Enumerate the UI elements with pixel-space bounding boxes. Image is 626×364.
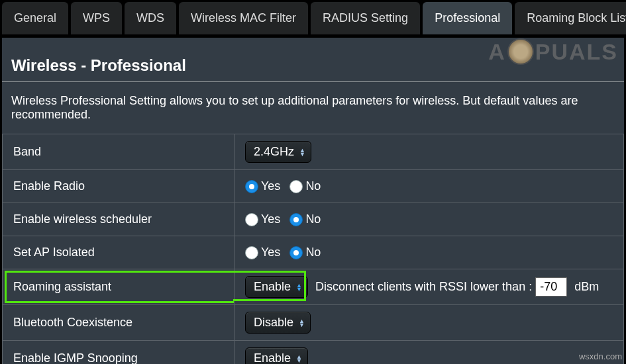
input-rssi-threshold[interactable] <box>535 277 567 296</box>
radio-group-ap-isolated: Yes No <box>245 246 613 259</box>
radio-checked-icon <box>289 213 303 226</box>
radio-unchecked-icon <box>289 180 303 193</box>
watermark-avatar-icon <box>507 38 534 65</box>
label-bluetooth-coexistence: Bluetooth Coexistence <box>3 305 235 341</box>
watermark: A PUALS <box>488 38 618 65</box>
page-description: Wireless Professional Setting allows you… <box>2 82 624 134</box>
radio-enable-scheduler-yes[interactable]: Yes <box>245 212 280 226</box>
radio-unchecked-icon <box>245 246 258 259</box>
main-panel: Wireless - Professional Wireless Profess… <box>2 38 624 364</box>
radio-checked-icon <box>289 246 303 259</box>
label-band: Band <box>3 134 235 170</box>
tab-roaming-block-list[interactable]: Roaming Block List <box>515 2 626 34</box>
select-bluetooth-coexistence-value: Disable <box>254 316 293 330</box>
row-igmp-snooping: Enable IGMP Snooping Enable ▲▼ <box>3 341 624 365</box>
radio-group-enable-scheduler: Yes No <box>245 212 613 226</box>
tab-wps[interactable]: WPS <box>71 2 122 34</box>
radio-ap-isolated-no[interactable]: No <box>289 246 321 259</box>
radio-enable-radio-no[interactable]: No <box>289 179 321 193</box>
rssi-unit: dBm <box>574 280 599 293</box>
rssi-text: Disconnect clients with RSSI lower than … <box>315 280 532 293</box>
label-roaming-assistant: Roaming assistant <box>3 269 235 305</box>
row-band: Band 2.4GHz ▲▼ <box>3 134 624 170</box>
select-roaming-assistant-value: Enable <box>254 280 291 294</box>
radio-unchecked-icon <box>245 213 258 226</box>
tab-general[interactable]: General <box>2 2 68 34</box>
row-bluetooth-coexistence: Bluetooth Coexistence Disable ▲▼ <box>3 305 624 341</box>
row-ap-isolated: Set AP Isolated Yes No <box>3 236 624 269</box>
tab-professional[interactable]: Professional <box>423 2 512 34</box>
radio-enable-scheduler-no[interactable]: No <box>289 212 321 226</box>
footer-source: wsxdn.com <box>579 351 622 361</box>
updown-icon: ▲▼ <box>299 148 305 156</box>
row-roaming-assistant: Roaming assistant Enable ▲▼ Disconnect c… <box>3 269 624 305</box>
row-enable-radio: Enable Radio Yes No <box>3 170 624 203</box>
radio-enable-radio-yes[interactable]: Yes <box>245 179 280 193</box>
watermark-suffix: PUALS <box>535 39 618 65</box>
radio-ap-isolated-yes[interactable]: Yes <box>245 246 280 259</box>
select-bluetooth-coexistence[interactable]: Disable ▲▼ <box>245 312 311 334</box>
radio-group-enable-radio: Yes No <box>245 179 613 193</box>
updown-icon: ▲▼ <box>296 283 302 291</box>
row-enable-scheduler: Enable wireless scheduler Yes No <box>3 203 624 236</box>
select-igmp-snooping[interactable]: Enable ▲▼ <box>245 347 308 364</box>
tab-wds[interactable]: WDS <box>125 2 176 34</box>
tab-wireless-mac-filter[interactable]: Wireless MAC Filter <box>179 2 308 34</box>
select-igmp-snooping-value: Enable <box>254 351 291 364</box>
label-enable-radio: Enable Radio <box>3 170 235 203</box>
tab-radius-setting[interactable]: RADIUS Setting <box>311 2 420 34</box>
label-igmp-snooping: Enable IGMP Snooping <box>3 341 235 365</box>
select-band-value: 2.4GHz <box>254 145 294 159</box>
radio-checked-icon <box>245 180 258 193</box>
settings-table: Band 2.4GHz ▲▼ Enable Radio Yes <box>2 134 624 364</box>
label-enable-scheduler: Enable wireless scheduler <box>3 203 235 236</box>
select-band[interactable]: 2.4GHz ▲▼ <box>245 141 311 163</box>
tab-bar: General WPS WDS Wireless MAC Filter RADI… <box>2 2 626 38</box>
updown-icon: ▲▼ <box>299 319 305 327</box>
label-ap-isolated: Set AP Isolated <box>3 236 235 269</box>
watermark-prefix: A <box>488 39 506 65</box>
updown-icon: ▲▼ <box>296 355 302 363</box>
select-roaming-assistant[interactable]: Enable ▲▼ <box>245 276 308 298</box>
